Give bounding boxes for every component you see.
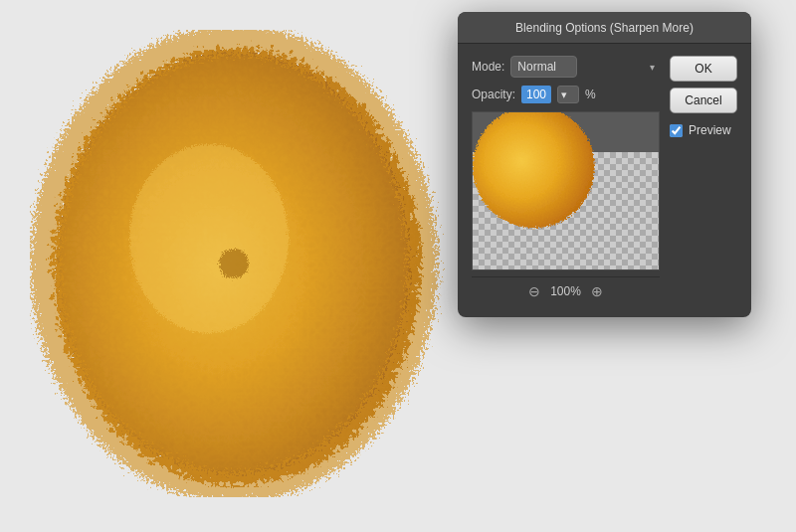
mode-row: Mode: Normal	[472, 56, 660, 78]
zoom-out-icon[interactable]: ⊖	[528, 283, 540, 299]
dialog-right-panel: OK Cancel Preview	[670, 56, 737, 305]
zoom-bar: ⊖ 100% ⊕	[472, 276, 660, 305]
opacity-unit: %	[585, 88, 596, 101]
opacity-value[interactable]: 100	[521, 86, 551, 103]
preview-blob-svg	[473, 112, 612, 231]
blob-image	[30, 30, 458, 497]
dialog-body: Mode: Normal Opacity: 100 ▾ %	[458, 44, 751, 317]
svg-point-4	[129, 144, 289, 333]
svg-point-5	[219, 249, 249, 278]
dialog-right-buttons: OK Cancel	[670, 56, 737, 113]
opacity-dropdown[interactable]: ▾	[557, 86, 579, 103]
dialog-title: Blending Options (Sharpen More)	[515, 21, 694, 35]
mode-select-wrapper[interactable]: Normal	[510, 56, 660, 78]
preview-checkbox[interactable]	[670, 124, 683, 137]
opacity-row: Opacity: 100 ▾ %	[472, 86, 660, 103]
blending-options-dialog: Blending Options (Sharpen More) Mode: No…	[458, 12, 751, 317]
zoom-value: 100%	[550, 284, 581, 298]
ok-button[interactable]: OK	[670, 56, 737, 82]
preview-label: Preview	[689, 123, 731, 137]
svg-point-6	[473, 112, 595, 228]
zoom-in-icon[interactable]: ⊕	[591, 283, 603, 299]
dialog-title-bar: Blending Options (Sharpen More)	[458, 12, 751, 44]
dialog-left-panel: Mode: Normal Opacity: 100 ▾ %	[472, 56, 660, 305]
mode-select[interactable]: Normal	[510, 56, 577, 78]
cancel-button[interactable]: Cancel	[670, 88, 737, 113]
mode-label: Mode:	[472, 60, 504, 74]
preview-row: Preview	[670, 123, 737, 137]
preview-image-area	[472, 111, 660, 270]
opacity-label: Opacity:	[472, 88, 515, 101]
